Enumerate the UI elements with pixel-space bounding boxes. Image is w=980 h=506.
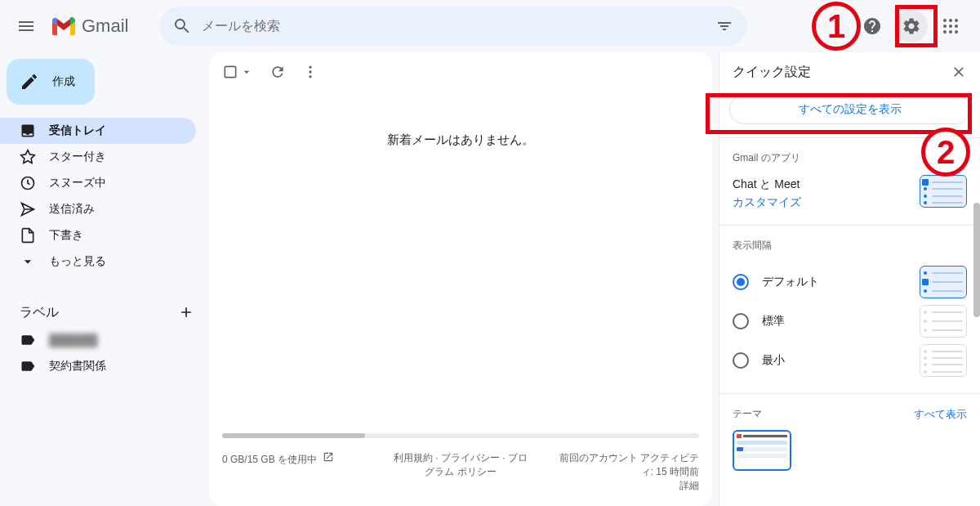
svg-point-0 xyxy=(943,19,947,22)
gmail-logo-icon xyxy=(52,17,75,35)
sidebar-item-label: もっと見る xyxy=(49,254,106,269)
sidebar-item-inbox[interactable]: 受信トレイ xyxy=(0,118,196,144)
sidebar-item-label: スヌーズ中 xyxy=(49,176,106,190)
message-toolbar xyxy=(209,52,712,92)
sidebar-item-label: 送信済み xyxy=(49,202,95,217)
search-input[interactable] xyxy=(202,19,705,34)
checkbox-icon xyxy=(222,64,238,80)
radio-icon xyxy=(733,274,749,290)
more-icon[interactable] xyxy=(302,64,318,80)
sidebar: 作成 受信トレイ スター付き スヌーズ中 送信済み 下書き もっと見る ラベル xyxy=(0,52,209,506)
close-icon[interactable] xyxy=(951,64,967,80)
search-icon xyxy=(172,16,192,36)
external-link-icon[interactable] xyxy=(323,451,334,465)
theme-section: テーマ すべて表示 xyxy=(719,393,980,484)
apps-grid-icon xyxy=(941,16,960,36)
gmail-logo[interactable]: Gmail xyxy=(52,16,153,37)
hamburger-icon xyxy=(16,16,36,36)
apps-section: Gmail のアプリ Chat と Meet カスタマイズ xyxy=(719,137,980,225)
density-option-comfortable[interactable]: 標準 xyxy=(733,302,967,341)
see-all-settings-button[interactable]: すべての設定を表示 xyxy=(729,95,970,124)
gear-icon xyxy=(902,16,921,36)
density-section-title: 表示間隔 xyxy=(733,239,967,253)
density-section: 表示間隔 デフォルト 標準 xyxy=(719,225,980,393)
chat-meet-text: Chat と Meet xyxy=(733,175,801,193)
storage-text: 0 GB/15 GB を使用中 xyxy=(222,454,317,465)
label-item[interactable]: 契約書関係 xyxy=(0,353,196,379)
svg-point-2 xyxy=(955,19,958,22)
svg-point-1 xyxy=(949,19,952,22)
support-button[interactable] xyxy=(856,10,889,43)
send-icon xyxy=(20,201,36,217)
density-label: デフォルト xyxy=(762,275,819,289)
main-content: 新着メールはありません。 0 GB/15 GB を使用中 利用規約 · プライバ… xyxy=(209,52,712,506)
policies-links[interactable]: 利用規約 · プライバシー · プログラム ポリシー xyxy=(390,451,532,493)
sidebar-item-snoozed[interactable]: スヌーズ中 xyxy=(0,170,196,196)
theme-thumbnail[interactable] xyxy=(733,430,791,471)
apps-section-title: Gmail のアプリ xyxy=(733,151,967,165)
labels-header-text: ラベル xyxy=(20,304,59,321)
theme-view-all-link[interactable]: すべて表示 xyxy=(914,407,967,422)
density-preview-compact xyxy=(920,344,967,377)
density-label: 標準 xyxy=(762,314,785,329)
svg-rect-10 xyxy=(225,66,235,77)
select-all-checkbox[interactable] xyxy=(222,64,253,80)
sidebar-item-drafts[interactable]: 下書き xyxy=(0,222,196,249)
svg-point-4 xyxy=(949,25,952,28)
sidebar-item-sent[interactable]: 送信済み xyxy=(0,196,196,222)
clock-icon xyxy=(20,175,36,191)
activity-info: 前回のアカウント アクティビティ: 15 時間前 詳細 xyxy=(556,451,699,493)
svg-point-6 xyxy=(943,30,947,34)
refresh-icon[interactable] xyxy=(270,64,286,80)
label-item-text: ██████ xyxy=(49,334,98,347)
app-body: 作成 受信トレイ スター付き スヌーズ中 送信済み 下書き もっと見る ラベル xyxy=(0,52,980,506)
svg-point-12 xyxy=(309,70,311,73)
panel-scrollbar[interactable] xyxy=(973,203,980,317)
svg-point-11 xyxy=(309,66,311,69)
header-actions xyxy=(856,10,973,43)
sidebar-item-more[interactable]: もっと見る xyxy=(0,249,196,275)
density-option-compact[interactable]: 最小 xyxy=(733,341,967,380)
horizontal-scrollbar[interactable] xyxy=(222,433,699,438)
label-item[interactable]: ██████ xyxy=(0,327,196,353)
chevron-down-icon xyxy=(20,253,36,270)
radio-icon xyxy=(733,313,749,329)
panel-header: クイック設定 xyxy=(719,52,980,92)
apps-text: Chat と Meet カスタマイズ xyxy=(733,175,801,212)
activity-details-link[interactable]: 詳細 xyxy=(556,479,699,493)
panel-title: クイック設定 xyxy=(733,64,811,81)
see-all-settings-label: すべての設定を表示 xyxy=(799,102,902,117)
activity-line: 前回のアカウント アクティビティ: 15 時間前 xyxy=(556,451,699,479)
density-option-default[interactable]: デフォルト xyxy=(733,262,967,302)
empty-inbox-message: 新着メールはありません。 xyxy=(209,92,712,433)
svg-point-3 xyxy=(943,25,947,28)
dropdown-icon[interactable] xyxy=(240,65,253,78)
pencil-icon xyxy=(20,72,39,92)
sidebar-item-label: 受信トレイ xyxy=(49,123,106,138)
density-label: 最小 xyxy=(762,353,785,368)
main-menu-button[interactable] xyxy=(7,7,46,46)
label-icon xyxy=(20,358,36,374)
sidebar-item-label: スター付き xyxy=(49,150,106,164)
radio-icon xyxy=(733,352,749,369)
compose-button[interactable]: 作成 xyxy=(7,59,95,105)
gmail-logo-text: Gmail xyxy=(82,16,128,37)
apps-button[interactable] xyxy=(934,10,967,43)
settings-button[interactable] xyxy=(895,10,928,43)
add-label-icon[interactable] xyxy=(178,304,194,320)
svg-point-5 xyxy=(955,25,958,28)
help-icon xyxy=(862,16,882,36)
star-icon xyxy=(20,149,36,165)
search-bar[interactable] xyxy=(159,7,747,46)
sidebar-item-label: 下書き xyxy=(49,228,83,243)
labels-header: ラベル xyxy=(0,298,209,327)
sidebar-item-starred[interactable]: スター付き xyxy=(0,144,196,170)
customize-link[interactable]: カスタマイズ xyxy=(733,193,801,211)
inbox-icon xyxy=(20,123,36,139)
draft-icon xyxy=(20,227,36,244)
quick-settings-panel: クイック設定 すべての設定を表示 Gmail のアプリ Chat と Meet … xyxy=(719,52,980,506)
apps-preview xyxy=(920,175,967,208)
svg-point-8 xyxy=(955,30,958,34)
density-preview-comfortable xyxy=(920,305,967,338)
search-options-icon[interactable] xyxy=(715,16,734,36)
